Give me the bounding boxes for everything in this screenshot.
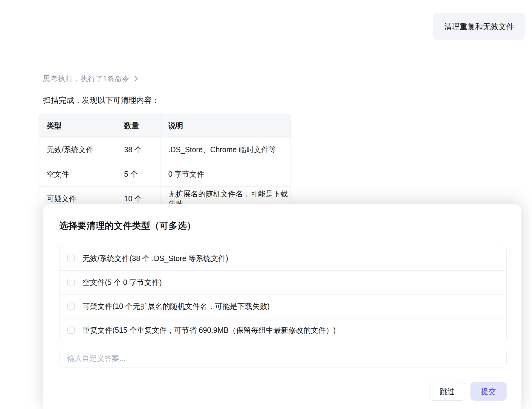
chat-screen: 清理重复和无效文件 思考执行，执行了1条命令 扫描完成，发现以下可清理内容： 类… (0, 0, 532, 409)
cell-type: 无效/系统文件 (39, 138, 116, 162)
table-header-row: 类型 数量 说明 (39, 114, 291, 137)
option-label: 重复文件(515 个重复文件，可节省 690.9MB（保留每组中最新修改的文件）… (82, 325, 336, 335)
skip-button[interactable]: 跳过 (429, 382, 465, 401)
cell-count: 38 个 (116, 138, 160, 162)
option-label: 无效/系统文件(38 个 .DS_Store 等系统文件) (82, 254, 228, 263)
table-row: 空文件 5 个 0 字节文件 (39, 162, 291, 186)
checkbox-duplicate-files[interactable] (67, 326, 75, 334)
user-message-bubble: 清理重复和无效文件 (433, 13, 525, 40)
cell-count: 5 个 (116, 162, 160, 186)
thinking-summary-label: 思考执行，执行了1条命令 (43, 74, 129, 84)
option-empty-files[interactable]: 空文件(5 个 0 字节文件) (59, 270, 506, 294)
option-invalid-system-files[interactable]: 无效/系统文件(38 个 .DS_Store 等系统文件) (59, 246, 506, 270)
file-type-selection-dialog: 选择要清理的文件类型（可多选） 无效/系统文件(38 个 .DS_Store 等… (42, 204, 522, 409)
checkbox-invalid-system-files[interactable] (67, 255, 75, 262)
checkbox-empty-files[interactable] (67, 279, 75, 286)
chevron-right-icon (133, 75, 139, 83)
table-row: 无效/系统文件 38 个 .DS_Store、Chrome 临时文件等 (39, 137, 291, 162)
checkbox-suspicious-files[interactable] (67, 303, 75, 310)
dialog-title: 选择要清理的文件类型（可多选） (59, 220, 196, 232)
options-list: 无效/系统文件(38 个 .DS_Store 等系统文件) 空文件(5 个 0 … (59, 246, 507, 342)
option-label: 可疑文件(10 个无扩展名的随机文件名，可能是下载失败) (82, 301, 270, 311)
custom-answer-input[interactable] (59, 349, 507, 367)
submit-button[interactable]: 提交 (470, 382, 507, 401)
dialog-actions: 跳过 提交 (59, 382, 507, 401)
column-header-description: 说明 (160, 114, 291, 137)
scan-result-text: 扫描完成，发现以下可清理内容： (43, 95, 160, 106)
scan-results-table: 类型 数量 说明 无效/系统文件 38 个 .DS_Store、Chrome 临… (39, 114, 291, 211)
column-header-count: 数量 (116, 114, 160, 137)
option-suspicious-files[interactable]: 可疑文件(10 个无扩展名的随机文件名，可能是下载失败) (59, 294, 506, 318)
cell-type: 空文件 (39, 162, 116, 186)
option-label: 空文件(5 个 0 字节文件) (82, 277, 162, 287)
column-header-type: 类型 (39, 114, 116, 137)
user-message-text: 清理重复和无效文件 (444, 22, 514, 32)
cell-description: 0 字节文件 (160, 162, 291, 186)
thinking-summary-toggle[interactable]: 思考执行，执行了1条命令 (43, 74, 139, 84)
option-duplicate-files[interactable]: 重复文件(515 个重复文件，可节省 690.9MB（保留每组中最新修改的文件）… (59, 318, 506, 342)
cell-description: .DS_Store、Chrome 临时文件等 (160, 138, 291, 162)
